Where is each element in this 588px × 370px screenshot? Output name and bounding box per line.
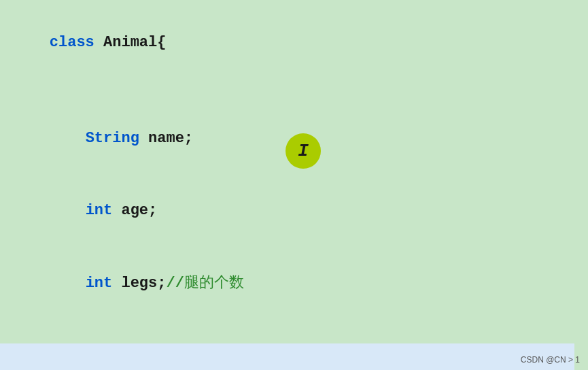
indent-5: [50, 275, 86, 292]
code-line-1: class Animal{: [14, 7, 574, 79]
watermark: CSDN @CN > 1: [521, 355, 580, 365]
type-int-legs: int: [86, 275, 113, 292]
text-name: name;: [139, 130, 193, 147]
cursor-indicator: I: [286, 133, 321, 169]
code-line-4: int age;: [14, 174, 574, 246]
type-int-age: int: [86, 202, 113, 219]
comment-chinese-legs: 腿的个数: [184, 273, 244, 290]
text-animal: Animal{: [94, 34, 167, 51]
keyword-class: class: [50, 34, 94, 51]
text-legs-var: legs;: [112, 275, 166, 292]
code-line-6: [14, 319, 574, 343]
code-line-2: [14, 79, 574, 103]
comment-legs: //: [166, 275, 184, 292]
indent-4: [50, 202, 86, 219]
code-container: class Animal{ String name; int age; int …: [0, 0, 588, 370]
type-string: String: [86, 130, 139, 147]
text-age: age;: [112, 202, 157, 219]
indent-3: [50, 130, 86, 147]
code-line-5: int legs;//腿的个数: [14, 246, 574, 320]
code-line-7: public void setLegs(int l){: [0, 343, 574, 370]
